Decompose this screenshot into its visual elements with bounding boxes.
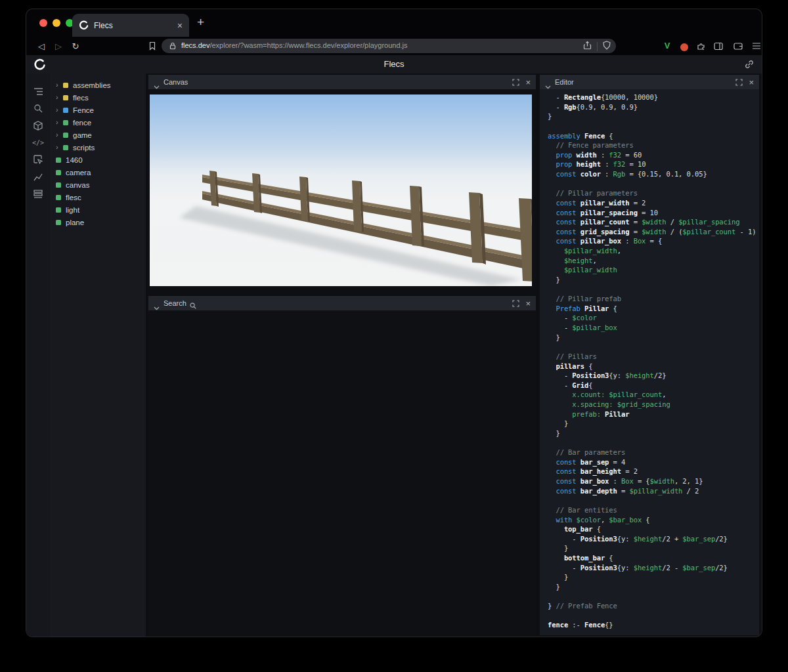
expand-arrow-icon[interactable]: ›: [56, 81, 63, 89]
hierarchy-icon[interactable]: [26, 83, 50, 100]
code-line[interactable]: [548, 285, 759, 295]
new-tab-button[interactable]: +: [197, 15, 204, 30]
tree-item-canvas[interactable]: canvas: [50, 178, 146, 191]
code-line[interactable]: x.count: $pillar_count,: [548, 390, 759, 400]
code-line[interactable]: // Bar entities: [548, 505, 759, 515]
code-line[interactable]: [548, 121, 759, 131]
rows-icon[interactable]: [26, 185, 50, 202]
search-panel-header[interactable]: Search ×: [148, 296, 536, 310]
expand-panel-icon[interactable]: [511, 299, 520, 308]
code-line[interactable]: prop width : f32 = 60: [548, 150, 759, 160]
search-icon[interactable]: [26, 100, 50, 117]
code-line[interactable]: $pillar_width,: [548, 246, 759, 256]
code-line[interactable]: // Pillars: [548, 352, 759, 362]
code-editor[interactable]: - Rectangle{10000, 10000} - Rgb{0.9, 0.9…: [540, 89, 759, 630]
tree-item-assemblies[interactable]: ›assemblies: [50, 79, 146, 91]
code-line[interactable]: }: [548, 429, 759, 438]
code-line[interactable]: assembly Fence {: [548, 131, 759, 141]
code-line[interactable]: with $color, $bar_box {: [548, 515, 759, 525]
reload-button[interactable]: ↻: [70, 40, 81, 52]
code-line[interactable]: // Pillar parameters: [548, 188, 759, 198]
editor-panel-content[interactable]: - Rectangle{10000, 10000} - Rgb{0.9, 0.9…: [540, 89, 759, 635]
code-icon[interactable]: </>: [26, 134, 50, 151]
code-line[interactable]: pillars {: [548, 362, 759, 371]
editor-panel-header[interactable]: Editor ×: [540, 75, 759, 89]
tree-item-Fence[interactable]: ›Fence: [50, 104, 146, 116]
code-line[interactable]: } // Prefab Fence: [548, 601, 759, 611]
code-line[interactable]: const bar_sep = 4: [548, 457, 759, 467]
tree-item-scripts[interactable]: ›scripts: [50, 141, 146, 154]
code-line[interactable]: }: [548, 543, 759, 553]
code-line[interactable]: }: [548, 333, 759, 343]
code-line[interactable]: [548, 592, 759, 602]
code-line[interactable]: const pillar_spacing = 10: [548, 208, 759, 218]
code-line[interactable]: [548, 611, 759, 621]
browser-tab[interactable]: Flecs ×: [72, 14, 189, 37]
share-icon[interactable]: [583, 41, 592, 52]
chart-icon[interactable]: [26, 168, 50, 185]
code-line[interactable]: const grid_spacing = $width / ($pillar_c…: [548, 227, 759, 237]
link-icon[interactable]: [745, 60, 754, 69]
canvas-3d-scene[interactable]: [150, 94, 532, 286]
expand-arrow-icon[interactable]: ›: [56, 94, 63, 101]
close-panel-icon[interactable]: ×: [749, 78, 754, 87]
url-bar[interactable]: flecs.dev/explorer/?wasm=https://www.fle…: [162, 39, 616, 53]
tree-item-fence[interactable]: ›fence: [50, 116, 146, 129]
tree-item-flecs[interactable]: ›flecs: [50, 91, 146, 104]
canvas-panel-header[interactable]: Canvas ×: [148, 75, 536, 89]
close-panel-icon[interactable]: ×: [525, 299, 531, 308]
code-line[interactable]: - Rgb{0.9, 0.9, 0.9}: [548, 102, 759, 112]
code-line[interactable]: prefab: Pillar: [548, 410, 759, 419]
code-line[interactable]: - Position3{y: $height/2}: [548, 371, 759, 381]
window-minimize-button[interactable]: [53, 19, 60, 27]
close-panel-icon[interactable]: ×: [525, 78, 531, 87]
code-line[interactable]: }: [548, 572, 759, 582]
shield-icon[interactable]: [603, 41, 611, 52]
code-line[interactable]: - Position3{y: $height/2 - $bar_sep/2}: [548, 563, 759, 573]
code-line[interactable]: }: [548, 275, 759, 285]
code-line[interactable]: Prefab Pillar {: [548, 304, 759, 314]
inspect-icon[interactable]: [26, 151, 50, 168]
code-line[interactable]: // Pillar prefab: [548, 294, 759, 304]
bookmark-icon[interactable]: [147, 41, 158, 51]
code-line[interactable]: - Rectangle{10000, 10000}: [548, 93, 759, 102]
tree-item-plane[interactable]: plane: [50, 216, 146, 228]
wallet-icon[interactable]: [733, 41, 743, 51]
code-line[interactable]: - Position3{y: $height/2 + $bar_sep/2}: [548, 534, 759, 544]
expand-panel-icon[interactable]: [734, 77, 743, 87]
forward-button[interactable]: ▷: [53, 40, 64, 52]
code-line[interactable]: [548, 342, 759, 352]
code-line[interactable]: }: [548, 582, 759, 592]
code-line[interactable]: [548, 438, 759, 448]
code-line[interactable]: fence :- Fence{}: [548, 620, 759, 630]
code-line[interactable]: top_bar {: [548, 524, 759, 534]
tree-item-game[interactable]: ›game: [50, 129, 146, 141]
search-panel-content[interactable]: [148, 310, 536, 635]
code-line[interactable]: [548, 495, 759, 505]
code-line[interactable]: - $color: [548, 313, 759, 323]
code-line[interactable]: prop height : f32 = 10: [548, 159, 759, 169]
expand-arrow-icon[interactable]: ›: [56, 119, 63, 126]
expand-arrow-icon[interactable]: ›: [56, 131, 63, 138]
code-line[interactable]: const pillar_count = $width / $pillar_sp…: [548, 217, 759, 227]
code-line[interactable]: }: [548, 112, 759, 121]
code-line[interactable]: const pillar_box : Box = {: [548, 236, 759, 246]
code-line[interactable]: [548, 179, 759, 189]
chevron-down-icon[interactable]: [154, 301, 160, 305]
chevron-down-icon[interactable]: [545, 80, 551, 84]
tree-item-flesc[interactable]: flesc: [50, 191, 146, 203]
v-extension-icon[interactable]: V: [662, 40, 672, 51]
tree-item-light[interactable]: light: [50, 203, 146, 216]
code-line[interactable]: const pillar_width = 2: [548, 198, 759, 208]
code-line[interactable]: const bar_box : Box = {$width, 2, 1}: [548, 476, 759, 486]
side-panel-icon[interactable]: [713, 41, 724, 51]
window-close-button[interactable]: [39, 19, 47, 27]
puzzle-icon[interactable]: [696, 41, 707, 51]
code-line[interactable]: }: [548, 419, 759, 429]
code-line[interactable]: const color : Rgb = {0.15, 0.1, 0.05}: [548, 169, 759, 179]
code-line[interactable]: x.spacing: $grid_spacing: [548, 400, 759, 410]
expand-panel-icon[interactable]: [511, 77, 520, 87]
menu-icon[interactable]: [751, 41, 762, 51]
tree-item-camera[interactable]: camera: [50, 166, 146, 178]
tree-item-1460[interactable]: 1460: [50, 154, 146, 166]
